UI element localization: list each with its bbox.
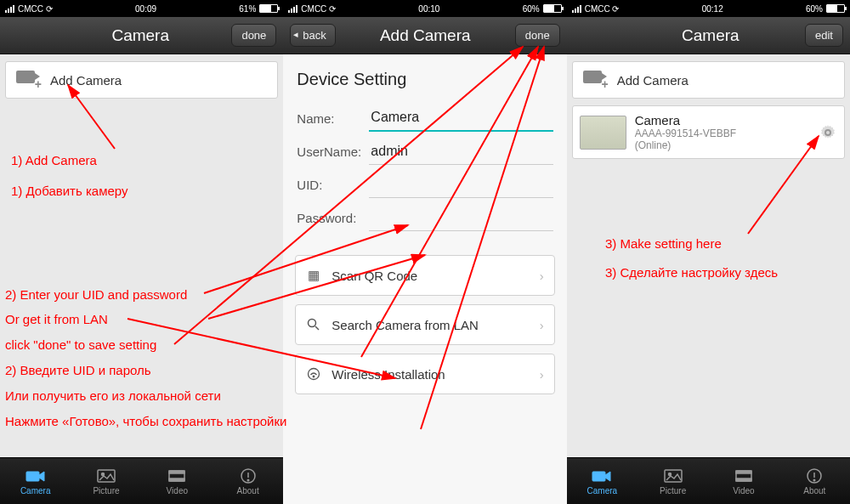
battery-icon [826, 4, 845, 13]
camera-list-item[interactable]: Camera AAAA-991514-VEBBF (Online) [572, 105, 845, 159]
carrier-label: CMCC [18, 4, 43, 14]
field-username: UserName: [283, 132, 566, 165]
done-button[interactable]: done [231, 24, 276, 47]
camera-icon [25, 467, 47, 484]
battery-icon [259, 4, 278, 13]
tab-picture[interactable]: Picture [71, 458, 141, 504]
add-camera-row[interactable]: + Add Camera [5, 61, 278, 99]
section-title: Device Setting [283, 54, 566, 98]
tab-bar: Camera Picture Video About [0, 457, 283, 504]
camera-thumbnail [580, 116, 626, 150]
svg-rect-17 [736, 471, 751, 473]
uid-label: UID: [297, 178, 369, 192]
about-icon [237, 467, 259, 484]
add-camera-label: Add Camera [617, 73, 688, 88]
time-label: 00:09 [135, 4, 156, 14]
field-uid: UID: [283, 165, 566, 198]
tab-about[interactable]: About [212, 458, 283, 504]
chevron-right-icon: › [540, 269, 544, 283]
tab-video[interactable]: Video [142, 458, 212, 504]
camera-info: Camera AAAA-991514-VEBBF (Online) [635, 113, 810, 151]
username-input[interactable] [369, 139, 552, 165]
svg-rect-18 [736, 479, 751, 481]
wireless-label: Wireless Installation [332, 367, 445, 382]
search-icon [306, 317, 321, 332]
screen-3-camera-list: CMCC ⟳ 00:12 60% Camera edit + Add Camer… [567, 0, 850, 504]
tab-about[interactable]: About [779, 458, 850, 504]
field-name: Name: [283, 98, 566, 132]
camera-uid: AAAA-991514-VEBBF [635, 127, 810, 139]
svg-rect-5 [169, 479, 184, 481]
tab-camera[interactable]: Camera [567, 458, 638, 504]
navbar: Camera done [0, 17, 283, 54]
name-label: Name: [297, 111, 369, 126]
camera-name: Camera [635, 113, 810, 127]
password-label: Password: [297, 211, 369, 225]
page-title: Camera [49, 26, 231, 45]
battery-pct: 60% [806, 4, 823, 14]
battery-pct: 61% [239, 4, 256, 14]
picture-icon [95, 467, 117, 484]
content-area: + Add Camera Camera AAAA-991514-VEBBF (O… [567, 54, 850, 457]
camera-icon [591, 467, 613, 484]
gear-icon[interactable] [819, 123, 837, 142]
svg-line-10 [315, 326, 319, 330]
chevron-right-icon: › [540, 318, 544, 332]
carrier-label: CMCC [585, 4, 610, 14]
svg-point-9 [309, 320, 316, 327]
status-bar: CMCC ⟳ 00:10 60% [283, 0, 566, 17]
time-label: 00:10 [418, 4, 439, 14]
status-bar: CMCC ⟳ 00:12 60% [567, 0, 850, 17]
camera-add-icon: + [583, 71, 609, 89]
video-icon [166, 467, 188, 484]
video-icon [733, 467, 755, 484]
signal-icon [572, 5, 581, 13]
signal-icon [288, 5, 298, 13]
navbar: Camera edit [567, 17, 850, 54]
page-title: Add Camera [336, 26, 515, 45]
camera-add-icon: + [16, 71, 42, 89]
edit-button[interactable]: edit [805, 24, 843, 47]
svg-rect-4 [169, 471, 184, 473]
screen-2-add-camera: CMCC ⟳ 00:10 60% ◂back Add Camera done D… [283, 0, 566, 504]
svg-point-15 [668, 473, 671, 475]
scan-qr-label: Scan QR Code [332, 269, 417, 283]
svg-point-11 [309, 369, 320, 380]
back-button[interactable]: ◂back [290, 24, 335, 47]
field-password: Password: [283, 198, 566, 231]
add-camera-label: Add Camera [50, 73, 122, 88]
add-camera-row[interactable]: + Add Camera [572, 61, 845, 99]
password-input[interactable] [369, 205, 552, 231]
tab-video[interactable]: Video [708, 458, 779, 504]
name-input[interactable] [369, 105, 552, 132]
search-lan-label: Search Camera from LAN [332, 318, 479, 332]
done-button[interactable]: done [515, 24, 560, 47]
screen-1-camera-list: CMCC ⟳ 00:09 61% Camera done + Add Camer… [0, 0, 283, 504]
uid-input[interactable] [369, 172, 552, 198]
tab-camera[interactable]: Camera [0, 458, 71, 504]
svg-point-8 [247, 479, 249, 481]
chevron-right-icon: › [540, 367, 544, 382]
svg-point-12 [314, 376, 315, 377]
svg-point-2 [101, 473, 104, 475]
content-area: Device Setting Name: UserName: UID: Pass… [283, 54, 566, 504]
camera-status: (Online) [635, 139, 810, 151]
battery-pct: 60% [523, 4, 540, 14]
content-area: + Add Camera [0, 54, 283, 457]
username-label: UserName: [297, 144, 369, 159]
qr-icon: ▦ [306, 268, 321, 283]
navbar: ◂back Add Camera done [283, 17, 566, 54]
tab-picture[interactable]: Picture [638, 458, 708, 504]
status-bar: CMCC ⟳ 00:09 61% [0, 0, 283, 17]
signal-icon [5, 5, 14, 13]
svg-point-21 [813, 479, 815, 481]
time-label: 00:12 [702, 4, 723, 14]
wireless-install-row[interactable]: Wireless Installation › [295, 354, 554, 394]
about-icon [803, 467, 825, 484]
svg-rect-0 [26, 472, 39, 481]
battery-icon [543, 4, 562, 13]
carrier-label: CMCC [301, 4, 326, 14]
scan-qr-row[interactable]: ▦ Scan QR Code › [295, 255, 554, 296]
tab-bar: Camera Picture Video About [567, 457, 850, 504]
search-lan-row[interactable]: Search Camera from LAN › [295, 304, 554, 345]
